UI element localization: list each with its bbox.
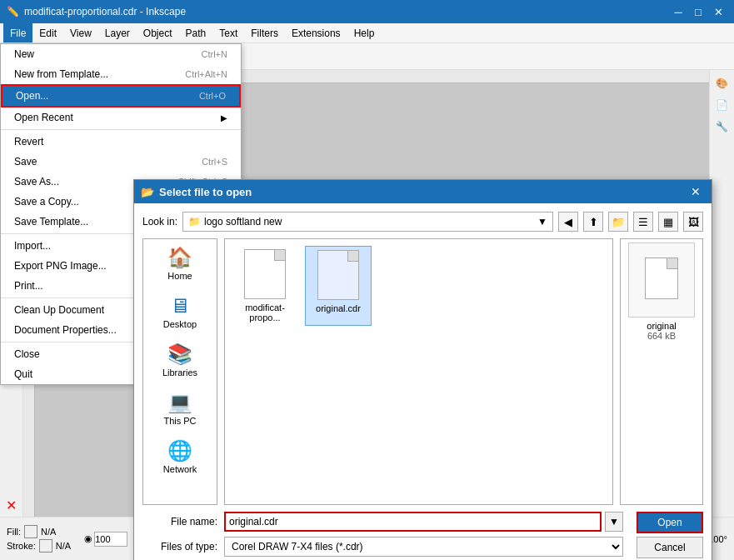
stroke-label: Stroke: [7, 541, 36, 551]
title-bar: ✏️ modificat-proportional.cdr - Inkscape… [0, 0, 734, 23]
file-item-modificat[interactable]: modificat-propo... [232, 246, 298, 326]
file-name-original: original.cdr [316, 303, 361, 313]
separator-1 [1, 129, 241, 130]
menu-item-cleanup-label: Clean Up Document [14, 304, 104, 316]
place-libraries[interactable]: 📚 Libraries [143, 336, 217, 384]
menu-item-revert-label: Revert [14, 136, 43, 148]
dialog-close-button[interactable]: ✕ [687, 182, 705, 201]
file-item-original[interactable]: original.cdr [305, 246, 372, 326]
app-icon: ✏️ [7, 6, 19, 18]
cancel-button[interactable]: Cancel [637, 537, 703, 558]
menu-item-new-template[interactable]: New from Template... Ctrl+Alt+N [1, 64, 241, 84]
lookin-value: logo softland new [204, 216, 282, 228]
menu-item-save[interactable]: Save Ctrl+S [1, 152, 241, 172]
filename-dropdown-arrow: ▼ [605, 512, 623, 532]
nav-up-btn[interactable]: ⬆ [583, 212, 603, 232]
menu-item-save-as-label: Save As... [14, 176, 59, 188]
menu-item-open-label: Open... [16, 90, 48, 102]
filename-row: File name: ▼ [142, 512, 623, 532]
menu-item-open-recent[interactable]: Open Recent ▶ [1, 108, 241, 128]
place-home[interactable]: 🏠 Home [143, 239, 217, 288]
menu-text[interactable]: Text [212, 23, 244, 42]
stroke-value: N/A [56, 541, 71, 551]
menu-item-export-label: Export PNG Image... [14, 260, 107, 272]
menu-item-quit-label: Quit [14, 368, 32, 380]
menu-item-new[interactable]: New Ctrl+N [1, 44, 241, 64]
menu-item-open[interactable]: Open... Ctrl+O [1, 84, 241, 108]
opacity-input[interactable] [94, 532, 127, 547]
dialog-title: Select file to open [159, 186, 252, 198]
fill-value: N/A [41, 527, 56, 537]
right-toolbar: 🎨 📄 🔧 [709, 70, 734, 517]
menu-layer[interactable]: Layer [98, 23, 137, 42]
menu-item-save-shortcut: Ctrl+S [202, 157, 227, 167]
files-panel: modificat-propo... original.cdr [224, 238, 613, 505]
menu-item-doc-props-label: Document Properties... [14, 324, 117, 336]
file-icon-modificat [244, 249, 286, 299]
view-preview-btn[interactable]: 🖼 [683, 212, 703, 232]
menu-item-new-label: New [14, 48, 34, 60]
lookin-dropdown-arrow: ▼ [537, 216, 547, 228]
menu-item-open-recent-label: Open Recent [14, 112, 73, 123]
open-button[interactable]: Open [637, 512, 703, 533]
dialog-bottom: File name: ▼ Files of type: Corel DRAW 7… [142, 512, 703, 558]
view-details-btn[interactable]: ▦ [658, 212, 678, 232]
place-libraries-label: Libraries [162, 368, 197, 378]
menu-item-save-label: Save [14, 156, 37, 168]
menu-path[interactable]: Path [179, 23, 213, 42]
menu-item-close-label: Close [14, 348, 40, 360]
place-network[interactable]: 🌐 Network [143, 432, 217, 481]
opacity-icon: ◉ [84, 533, 92, 544]
layers-btn[interactable]: 📄 [712, 95, 732, 115]
menu-edit[interactable]: Edit [32, 23, 63, 42]
fill-color-swatch[interactable] [24, 525, 37, 538]
lookin-label: Look in: [142, 216, 177, 228]
menu-extensions[interactable]: Extensions [285, 23, 347, 42]
x-indicator: ✕ [6, 498, 17, 513]
menu-item-save-template-label: Save Template... [14, 216, 88, 228]
menu-object[interactable]: Object [137, 23, 179, 42]
menu-item-new-shortcut: Ctrl+N [202, 49, 227, 59]
place-home-label: Home [167, 271, 192, 281]
menu-help[interactable]: Help [347, 23, 382, 42]
preview-thumbnail [628, 242, 695, 318]
nav-new-folder-btn[interactable]: 📁 [608, 212, 628, 232]
place-desktop-label: Desktop [163, 319, 197, 329]
maximize-button[interactable]: □ [689, 2, 707, 21]
place-network-label: Network [163, 464, 197, 474]
dialog-icon: 📂 [141, 186, 154, 198]
opacity-area: ◉ [84, 532, 127, 547]
place-thispc[interactable]: 💻 This PC [143, 384, 217, 432]
menu-item-new-template-shortcut: Ctrl+Alt+N [185, 69, 227, 79]
place-desktop[interactable]: 🖥 Desktop [143, 288, 217, 336]
place-thispc-label: This PC [163, 416, 196, 426]
xml-editor-btn[interactable]: 🔧 [712, 117, 732, 137]
menu-item-new-template-label: New from Template... [14, 68, 108, 80]
libraries-icon: 📚 [167, 342, 192, 366]
view-list-btn[interactable]: ☰ [633, 212, 653, 232]
filename-input[interactable] [224, 512, 602, 532]
menu-view[interactable]: View [63, 23, 98, 42]
dialog-titlebar: 📂 Select file to open ✕ [134, 180, 712, 203]
filetype-label: Files of type: [142, 541, 217, 552]
menu-filters[interactable]: Filters [244, 23, 285, 42]
stroke-color-swatch[interactable] [39, 539, 52, 552]
menu-item-revert[interactable]: Revert [1, 132, 241, 152]
minimize-button[interactable]: ─ [669, 2, 687, 21]
menu-file[interactable]: File [3, 23, 32, 42]
filetype-select[interactable]: Corel DRAW 7-X4 files (*.cdr) [224, 537, 623, 557]
window-title: modificat-proportional.cdr - Inkscape [24, 6, 186, 18]
filetype-row: Files of type: Corel DRAW 7-X4 files (*.… [142, 537, 623, 557]
lookin-dropdown[interactable]: 📁 logo softland new ▼ [182, 212, 553, 232]
nav-back-btn[interactable]: ◀ [558, 212, 578, 232]
menu-bar: File Edit View Layer Object Path Text Fi… [0, 23, 734, 43]
file-icon-original [317, 250, 359, 300]
open-recent-arrow: ▶ [221, 113, 227, 122]
preview-file-icon [645, 258, 678, 299]
color-picker-btn[interactable]: 🎨 [712, 73, 732, 93]
open-file-dialog[interactable]: 📂 Select file to open ✕ Look in: 📁 logo … [133, 179, 712, 560]
dialog-actions: Open Cancel [637, 512, 703, 558]
home-icon: 🏠 [167, 246, 192, 269]
close-button[interactable]: ✕ [709, 2, 727, 21]
preview-panel: original 664 kB [620, 238, 703, 505]
